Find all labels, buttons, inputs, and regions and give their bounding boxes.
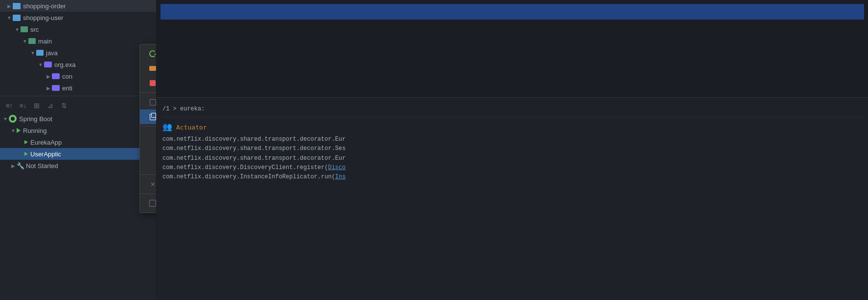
console-text-4: com.netflix.discovery.DiscoveryClient.re… — [162, 164, 328, 171]
console-line-5: com.netflix.discovery.InstanceInfoReplic… — [162, 172, 862, 182]
console-line-1: com.netflix.discovery.shared.transport.d… — [162, 135, 862, 144]
stop-icon — [148, 78, 157, 88]
actuator-label: Actuator — [176, 124, 207, 131]
run-icon-small — [24, 152, 28, 156]
tree-item-con[interactable]: ▶ con — [0, 70, 156, 82]
console-output: /1 > eureka: 👥 Actuator com.netflix.disc… — [157, 98, 868, 300]
highlighted-bar — [160, 4, 864, 20]
expand-arrow: ▶ — [10, 163, 17, 169]
tree-item-java[interactable]: ▼ java — [0, 47, 156, 59]
eureka-app-label: EurekaApp — [30, 139, 62, 146]
run-icon-small — [24, 140, 28, 144]
left-panel: ▶ shopping-order ▼ shopping-user ▼ src ▼… — [0, 0, 157, 300]
menu-item-group-configs[interactable]: Group Configurations... — [140, 196, 157, 211]
menu-item-rerun[interactable]: Rerun Ctrl+Shift+F10 — [140, 46, 157, 61]
package-icon — [52, 85, 60, 91]
group-configs-icon — [148, 198, 157, 208]
right-panel: /1 > eureka: 👥 Actuator com.netflix.disc… — [157, 0, 868, 300]
tree-label: con — [62, 73, 72, 80]
spring-boot-icon — [9, 115, 17, 123]
disco-link[interactable]: Disco — [328, 164, 345, 171]
collapse-arrow: ▼ — [14, 27, 21, 32]
menu-item-edit-config[interactable]: Edit Configuration... Shift+F4 — [140, 95, 157, 109]
open-running-icon — [148, 160, 157, 170]
menu-separator-3 — [140, 174, 157, 175]
tree-label: src — [30, 26, 39, 33]
tree-label: shopping-order — [23, 2, 66, 10]
group-button[interactable]: ⊞ — [31, 100, 42, 111]
services-not-started[interactable]: ▶ 🔧 Not Started — [0, 160, 156, 171]
copy-config-icon — [148, 112, 157, 122]
folder-icon-blue — [36, 50, 44, 56]
debug-icon — [148, 64, 157, 73]
filter-button[interactable]: ⊿ — [45, 100, 56, 111]
services-running[interactable]: ▼ Running — [0, 125, 156, 136]
collapse-arrow: ▼ — [22, 39, 28, 44]
menu-item-clear-content[interactable]: ✕ Clear Content — [140, 177, 157, 192]
tree-label: enti — [62, 85, 72, 92]
console-line-3: com.netflix.discovery.shared.transport.d… — [162, 154, 862, 163]
tree-item-shopping-user[interactable]: ▼ shopping-user — [0, 12, 156, 23]
tree-label: java — [46, 49, 58, 57]
folder-icon — [13, 3, 21, 9]
console-line-2: com.netflix.discovery.shared.transport.d… — [162, 144, 862, 153]
wrench-icon: 🔧 — [17, 162, 23, 169]
services-user-applic[interactable]: UserApplic — [0, 148, 156, 160]
align-down-button[interactable]: ≡↓ — [18, 100, 28, 111]
console-text-5: com.netflix.discovery.InstanceInfoReplic… — [162, 173, 335, 180]
tree-item-src[interactable]: ▼ src — [0, 23, 156, 35]
clear-content-icon: ✕ — [148, 179, 157, 189]
collapse-arrow: ▼ — [29, 50, 36, 56]
collapse-arrow: ▶ — [45, 86, 52, 91]
user-applic-label: UserApplic — [30, 150, 61, 158]
tree-label: org.exa — [54, 61, 75, 68]
x-icon: ✕ — [150, 181, 156, 188]
menu-item-rerun-debug[interactable]: Rerun in Debug Mode — [140, 61, 157, 76]
tree-label: main — [38, 38, 52, 45]
menu-item-copy-config[interactable]: Copy Configuration... Ctrl+D — [140, 109, 157, 124]
console-top — [157, 0, 868, 98]
hide-config-icon — [148, 131, 157, 141]
folder-icon — [28, 38, 36, 44]
tree-item-enti[interactable]: ▶ enti — [0, 82, 156, 94]
spring-boot-label: Spring Boot — [19, 115, 52, 123]
eureka-line: /1 > eureka: — [162, 102, 862, 117]
actuator-icon: 👥 — [162, 122, 172, 132]
menu-separator-4 — [140, 193, 157, 194]
services-section: ≡↑ ≡↓ ⊞ ⊿ ⇅ ▼ Spring Boot ▼ Running Eure… — [0, 96, 156, 171]
services-spring-boot[interactable]: ▼ Spring Boot — [0, 113, 156, 125]
actuator-section: 👥 Actuator — [162, 119, 862, 135]
package-icon — [52, 73, 60, 79]
expand-arrow: ▼ — [2, 116, 9, 122]
tree-label: shopping-user — [23, 14, 63, 21]
align-up-button[interactable]: ≡↑ — [4, 100, 15, 111]
menu-separator-1 — [140, 92, 157, 93]
folder-icon — [13, 15, 21, 21]
menu-item-open-running[interactable]: Open Running Configuration in New Tab — [140, 158, 157, 172]
collapse-arrow: ▶ — [45, 74, 52, 79]
not-started-label: Not Started — [26, 162, 58, 170]
collapse-arrow: ▼ — [6, 15, 13, 21]
expand-arrow: ▼ — [10, 128, 17, 133]
edit-config-icon — [148, 97, 157, 107]
running-label: Running — [23, 127, 46, 134]
folder-icon — [21, 26, 28, 32]
rerun-icon — [148, 49, 157, 59]
sort-button[interactable]: ⇅ — [59, 100, 69, 111]
menu-item-stop[interactable]: Stop Ctrl+F2 — [140, 76, 157, 90]
package-icon — [44, 62, 52, 67]
menu-item-hide-config[interactable]: Hide Configuration — [140, 129, 157, 143]
collapse-arrow: ▼ — [37, 62, 44, 67]
menu-separator-2 — [140, 126, 157, 127]
context-menu: Rerun Ctrl+Shift+F10 Rerun in Debug Mode… — [139, 44, 157, 213]
remove-config-icon — [148, 146, 157, 155]
services-eureka-app[interactable]: EurekaApp — [0, 136, 156, 148]
tree-item-main[interactable]: ▼ main — [0, 35, 156, 47]
collapse-arrow: ▶ — [6, 3, 13, 9]
tree-item-shopping-order[interactable]: ▶ shopping-order — [0, 0, 156, 12]
ins-link[interactable]: Ins — [335, 173, 346, 180]
tree-item-org-exa[interactable]: ▼ org.exa — [0, 59, 156, 70]
console-line-4: com.netflix.discovery.DiscoveryClient.re… — [162, 163, 862, 172]
eureka-text: /1 > eureka: — [162, 106, 205, 112]
menu-item-remove-config-type[interactable]: Remove Configuration Type from Services — [140, 143, 157, 158]
